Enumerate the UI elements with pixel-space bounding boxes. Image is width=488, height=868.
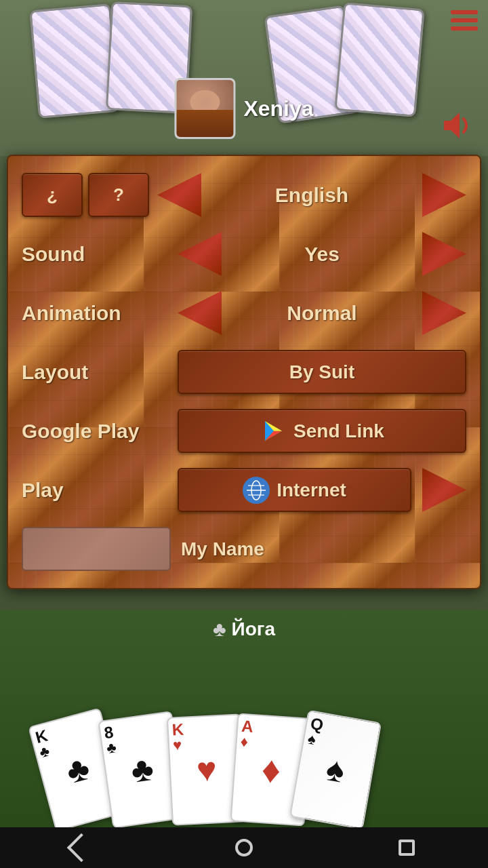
layout-label: Layout [22, 361, 178, 384]
language-right-arrow[interactable] [422, 173, 466, 217]
play-row: Play Internet [22, 468, 466, 512]
nav-recent-button[interactable] [386, 834, 427, 861]
card-back [334, 2, 424, 117]
myname-label: My Name [181, 538, 264, 560]
google-play-control: Send Link [178, 409, 466, 453]
menu-line [451, 26, 478, 31]
club-icon: ♣ [213, 618, 226, 641]
bottom-player-info: ♣ Йога [213, 618, 275, 641]
animation-control: Normal [178, 291, 466, 335]
menu-line [451, 10, 478, 14]
nav-bar [0, 827, 488, 868]
player-name: Xeniya [243, 96, 313, 121]
nav-back-button[interactable] [61, 834, 102, 861]
sound-left-arrow[interactable] [178, 232, 222, 276]
google-play-label: Google Play [22, 420, 178, 443]
globe-icon [243, 477, 270, 504]
internet-button[interactable]: Internet [178, 468, 411, 512]
sound-value: Yes [222, 243, 422, 266]
player-info: Xeniya [174, 78, 313, 139]
language-control: English [157, 173, 466, 217]
back-icon [67, 833, 96, 862]
animation-row: Animation Normal [22, 291, 466, 335]
sound-control: Yes [178, 232, 466, 276]
menu-button[interactable] [451, 10, 478, 31]
avatar-face [176, 80, 233, 137]
play-control: Internet [178, 468, 466, 512]
sound-label: Sound [22, 243, 178, 266]
google-play-icon [260, 418, 287, 445]
myname-input[interactable] [22, 527, 171, 571]
google-play-row: Google Play Send Link [22, 409, 466, 453]
language-value: English [201, 184, 422, 207]
help-button-1[interactable]: ¿ [22, 173, 83, 217]
language-row: ¿ ? English [22, 173, 466, 217]
home-icon [235, 839, 253, 856]
nav-home-button[interactable] [224, 834, 264, 861]
play-right-arrow[interactable] [422, 468, 466, 512]
menu-line [451, 18, 478, 22]
play-label: Play [22, 479, 178, 502]
animation-value: Normal [222, 302, 422, 325]
animation-label: Animation [22, 302, 178, 325]
avatar [174, 78, 235, 139]
animation-left-arrow[interactable] [178, 291, 222, 335]
help-button-2[interactable]: ? [88, 173, 149, 217]
recent-icon [399, 840, 415, 856]
sound-row: Sound Yes [22, 232, 466, 276]
sound-right-arrow[interactable] [422, 232, 466, 276]
send-link-button[interactable]: Send Link [178, 409, 466, 453]
myname-row: My Name [22, 527, 466, 571]
animation-right-arrow[interactable] [422, 291, 466, 335]
settings-panel: ¿ ? English Sound Yes Animation Normal [7, 155, 481, 589]
layout-control: By Suit [178, 350, 466, 394]
sound-icon[interactable] [441, 108, 478, 151]
language-buttons: ¿ ? [22, 173, 149, 217]
bottom-cards: K ♣ ♣ 8 ♣ ♣ K ♥ ♥ A ♦ ♦ Q ♠ ♠ [51, 715, 373, 824]
language-left-arrow[interactable] [157, 173, 201, 217]
bottom-player-name: Йога [232, 618, 275, 640]
layout-row: Layout By Suit [22, 350, 466, 394]
layout-button[interactable]: By Suit [178, 350, 466, 394]
